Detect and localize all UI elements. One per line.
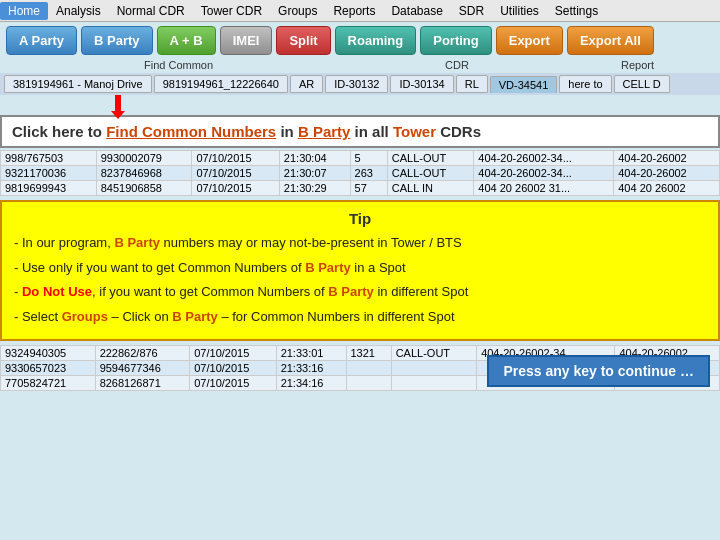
tab-5[interactable]: RL (456, 75, 488, 93)
table-row: 9819699943845190685807/10/201521:30:2957… (1, 181, 720, 196)
table-cell: CALL IN (387, 181, 473, 196)
table-cell: 21:30:04 (279, 151, 350, 166)
menu-sdr[interactable]: SDR (451, 2, 492, 20)
table-cell: 404-20-26002 (614, 151, 720, 166)
imei-button[interactable]: IMEI (220, 26, 273, 55)
tab-4[interactable]: ID-30134 (390, 75, 453, 93)
tab-6[interactable]: VD-34541 (490, 76, 558, 93)
arrow-container (0, 95, 720, 113)
table-cell: 9819699943 (1, 181, 97, 196)
table-cell: 404-20-26002-34... (474, 151, 614, 166)
export-button[interactable]: Export (496, 26, 563, 55)
table-cell: 404-20-26002-34... (474, 166, 614, 181)
menu-database[interactable]: Database (383, 2, 450, 20)
toolbar: A Party B Party A + B IMEI Split Roaming… (0, 22, 720, 59)
table-row: 998/767503993000207907/10/201521:30:045C… (1, 151, 720, 166)
export-all-button[interactable]: Export All (567, 26, 654, 55)
split-button[interactable]: Split (276, 26, 330, 55)
table-cell: 998/767503 (1, 151, 97, 166)
toolbar-labels: Find Common CDR Report (0, 59, 720, 73)
tab-row: 3819194961 - Manoj Drive 9819194961_1222… (0, 73, 720, 95)
table-cell: 21:30:07 (279, 166, 350, 181)
menu-tower-cdr[interactable]: Tower CDR (193, 2, 270, 20)
banner-suffix: in all (350, 123, 393, 140)
menu-analysis[interactable]: Analysis (48, 2, 109, 20)
table-cell: 263 (350, 166, 387, 181)
table-cell: 404 20 26002 (614, 181, 720, 196)
table-cell: 5 (350, 151, 387, 166)
press-key-button[interactable]: Press any key to continue … (487, 355, 710, 387)
tab-2[interactable]: AR (290, 75, 323, 93)
menu-reports[interactable]: Reports (325, 2, 383, 20)
banner-mid: in (276, 123, 298, 140)
table-cell: 21:30:29 (279, 181, 350, 196)
tip-line-2: - Do Not Use, if you want to get Common … (14, 282, 706, 302)
table-cell: 8237846968 (96, 166, 192, 181)
tab-3[interactable]: ID-30132 (325, 75, 388, 93)
bottom-section: 9324940305222862/87607/10/201521:33:0113… (0, 345, 720, 391)
a-party-button[interactable]: A Party (6, 26, 77, 55)
b-party-button[interactable]: B Party (81, 26, 153, 55)
tab-1[interactable]: 9819194961_12226640 (154, 75, 288, 93)
menu-groups[interactable]: Groups (270, 2, 325, 20)
table-cell: 07/10/2015 (192, 151, 279, 166)
roaming-button[interactable]: Roaming (335, 26, 417, 55)
tip-title: Tip (14, 210, 706, 227)
banner-bparty: B Party (298, 123, 351, 140)
banner-end: CDRs (436, 123, 481, 140)
table-cell: CALL-OUT (387, 151, 473, 166)
label-cdr: CDR (445, 59, 469, 71)
table-cell: 9330657023 (1, 361, 96, 376)
menu-home[interactable]: Home (0, 2, 48, 20)
table-cell: 9321170036 (1, 166, 97, 181)
banner-find: Find Common Numbers (106, 123, 276, 140)
table-cell: 404-20-26002 (614, 166, 720, 181)
table-cell: 9324940305 (1, 346, 96, 361)
menu-settings[interactable]: Settings (547, 2, 606, 20)
tip-line-3: - Select Groups – Click on B Party – for… (14, 307, 706, 327)
tab-7[interactable]: here to (559, 75, 611, 93)
a-plus-b-button[interactable]: A + B (157, 26, 216, 55)
table-cell: 8451906858 (96, 181, 192, 196)
table-cell: 9930002079 (96, 151, 192, 166)
table-cell: 57 (350, 181, 387, 196)
label-find: Find Common (144, 59, 213, 71)
table-cell: CALL-OUT (387, 166, 473, 181)
menu-utilities[interactable]: Utilities (492, 2, 547, 20)
menu-bar: Home Analysis Normal CDR Tower CDR Group… (0, 0, 720, 22)
banner-tower: Tower (393, 123, 436, 140)
table-cell: 7705824721 (1, 376, 96, 391)
data-table: 998/767503993000207907/10/201521:30:045C… (0, 150, 720, 196)
menu-normal-cdr[interactable]: Normal CDR (109, 2, 193, 20)
tab-8[interactable]: CELL D (614, 75, 670, 93)
tip-box: Tip - In our program, B Party numbers ma… (0, 200, 720, 341)
table-row: 9321170036823784696807/10/201521:30:0726… (1, 166, 720, 181)
red-arrow (115, 95, 121, 113)
table-cell: 07/10/2015 (192, 181, 279, 196)
tip-line-0: - In our program, B Party numbers may or… (14, 233, 706, 253)
label-report: Report (621, 59, 654, 71)
tab-0[interactable]: 3819194961 - Manoj Drive (4, 75, 152, 93)
table-cell: 404 20 26002 31... (474, 181, 614, 196)
porting-button[interactable]: Porting (420, 26, 492, 55)
click-banner[interactable]: Click here to Find Common Numbers in B P… (0, 115, 720, 148)
banner-prefix: Click here to (12, 123, 106, 140)
table-cell: 07/10/2015 (192, 166, 279, 181)
tip-line-1: - Use only if you want to get Common Num… (14, 258, 706, 278)
